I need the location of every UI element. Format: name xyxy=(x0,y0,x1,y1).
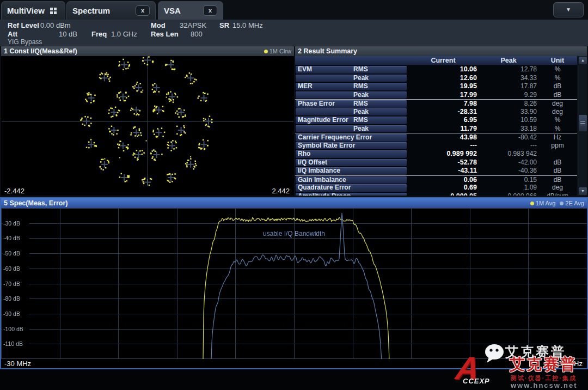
tab-spectrum-close-icon[interactable]: x xyxy=(136,5,150,16)
value-peak: 33.18 xyxy=(480,125,537,133)
row-label[interactable]: Peak xyxy=(296,75,407,82)
row-label[interactable]: EVMRMS xyxy=(296,66,407,74)
value-peak: 0.15 xyxy=(480,176,537,185)
trace-legend-1m-clrw[interactable]: 1M Clrw xyxy=(264,46,291,56)
constellation-canvas[interactable] xyxy=(2,56,293,186)
freq-label: Freq xyxy=(91,30,107,38)
value-current: -0.000 05 xyxy=(409,192,477,196)
value-current: 7.98 xyxy=(409,100,477,108)
value-current: -52.78 xyxy=(409,159,477,167)
row-label[interactable]: Peak xyxy=(296,92,407,99)
sr-value[interactable]: 15.0 MHz xyxy=(232,21,263,29)
freq-value[interactable]: 1.0 GHz xyxy=(111,30,137,38)
table-row[interactable]: Peak17.999.29dB xyxy=(295,91,577,100)
spec-trace2-label: 2E Avg xyxy=(565,198,584,208)
row-label[interactable]: Carrier Frequency Error xyxy=(296,134,407,142)
tab-list-dropdown-button[interactable]: ▼ xyxy=(553,2,584,17)
scrollbar-down-icon[interactable]: ▼ xyxy=(579,187,587,195)
channel-settings-bar: Ref Level 0.00 dBm Att 10 dB Freq 1.0 GH… xyxy=(0,20,588,46)
brand-name-red: 艾克赛普 xyxy=(510,354,577,375)
spectrum-canvas[interactable] xyxy=(1,208,587,359)
value-unit: deg xyxy=(541,184,574,192)
row-label[interactable]: Gain Imbalance xyxy=(296,176,407,184)
row-label[interactable]: I/Q Offset xyxy=(296,159,407,167)
table-row[interactable]: Peak12.6034.33% xyxy=(295,74,577,83)
analyzer-screen: MultiView Spectrum x VSA x ▼ Ref Level 0… xyxy=(0,0,588,390)
value-current: 0.989 992 xyxy=(409,150,477,159)
row-label[interactable]: Rho xyxy=(296,150,407,158)
window-result-summary: 2 Result Summary Current Peak Unit EVMRM… xyxy=(295,46,587,196)
table-row[interactable]: Amplitude Droop-0.000 050.000 966dB/sym xyxy=(295,192,577,196)
value-peak: 34.33 xyxy=(480,74,537,83)
spec-x-left: -30 MHz xyxy=(4,359,31,368)
value-peak: 12.78 xyxy=(480,65,537,74)
scrollbar-thumb[interactable] xyxy=(579,115,587,131)
value-current: -43.11 xyxy=(409,167,477,175)
scrollbar-up-icon[interactable]: ▲ xyxy=(579,57,587,64)
table-row[interactable]: EVMRMS10.0612.78% xyxy=(295,65,577,74)
table-row[interactable]: Phase ErrorRMS7.988.26deg xyxy=(295,99,577,108)
res-len-value[interactable]: 800 xyxy=(191,30,203,38)
value-peak: 0.983 942 xyxy=(480,150,537,159)
value-peak: 33.90 xyxy=(480,108,537,117)
table-row[interactable]: MERRMS19.9517.87dB xyxy=(295,82,577,91)
value-current: 6.95 xyxy=(409,116,477,125)
tab-vsa-close-icon[interactable]: x xyxy=(203,5,217,16)
window1-header[interactable]: 1 Const I/Q(Meas&Ref) 1M Clrw xyxy=(1,46,294,56)
table-row[interactable]: Peak-28.3133.90deg xyxy=(295,108,577,117)
window-constellation: 1 Const I/Q(Meas&Ref) 1M Clrw -2.442 2.4… xyxy=(1,46,294,196)
tab-vsa[interactable]: VSA x xyxy=(158,1,223,20)
spec-trace2-dot-icon xyxy=(560,202,564,205)
row-label[interactable]: I/Q Imbalance xyxy=(296,167,407,175)
table-row[interactable]: Carrier Frequency Error43.98-80.42Hz xyxy=(295,133,577,142)
att-label: Att xyxy=(8,30,17,38)
table-row[interactable]: Quadrature Error0.691.09deg xyxy=(295,184,577,192)
value-unit: % xyxy=(541,125,574,133)
trace-legend-1m-avg[interactable]: 1M Avg xyxy=(530,198,556,208)
value-current: 10.06 xyxy=(409,65,477,74)
table-row[interactable]: Rho0.989 9920.983 942 xyxy=(295,150,577,159)
table-row[interactable]: Symbol Rate Error------ppm xyxy=(295,142,577,150)
trace1-label: 1M Clrw xyxy=(270,46,291,56)
value-current: 0.06 xyxy=(409,176,477,185)
value-current: 0.69 xyxy=(409,184,477,192)
tab-spectrum[interactable]: Spectrum x xyxy=(66,1,156,20)
value-unit: dB xyxy=(541,167,574,175)
table-row[interactable]: I/Q Imbalance-43.11-40.36dB xyxy=(295,167,577,175)
value-peak: --- xyxy=(480,142,537,150)
table-row[interactable]: Magnitude ErrorRMS6.9510.59% xyxy=(295,116,577,125)
window5-header[interactable]: 5 Spec(Meas, Error) 1M Avg 2E Avg xyxy=(1,198,587,208)
value-current: --- xyxy=(409,142,477,150)
row-label[interactable]: Quadrature Error xyxy=(296,184,407,192)
row-label[interactable]: Magnitude ErrorRMS xyxy=(296,117,407,124)
window2-header[interactable]: 2 Result Summary xyxy=(295,46,587,56)
value-unit: dB xyxy=(541,82,574,91)
table-row[interactable]: I/Q Offset-52.78-42.00dB xyxy=(295,159,577,167)
result-rows: EVMRMS10.0612.78%Peak12.6034.33%MERRMS19… xyxy=(295,65,577,196)
trace-legend-2e-avg[interactable]: 2E Avg xyxy=(560,198,584,208)
constellation-x-axis-row: -2.442 2.442 xyxy=(1,186,294,196)
table-row[interactable]: Peak11.7933.18% xyxy=(295,125,577,133)
window1-title: 1 Const I/Q(Meas&Ref) xyxy=(4,47,77,55)
mod-value[interactable]: 32APSK xyxy=(180,21,206,29)
table-row[interactable]: Gain Imbalance0.060.15dB xyxy=(295,175,577,184)
row-label[interactable]: MERRMS xyxy=(296,83,407,90)
tab-multiview[interactable]: MultiView xyxy=(1,1,65,20)
column-header-unit: Unit xyxy=(541,56,574,65)
row-label[interactable]: Peak xyxy=(296,125,407,133)
ref-level-value[interactable]: 0.00 dBm xyxy=(40,21,71,29)
value-peak: -42.00 xyxy=(480,159,537,167)
value-current: 43.98 xyxy=(409,133,477,142)
window5-title: 5 Spec(Meas, Error) xyxy=(4,199,68,207)
row-label[interactable]: Phase ErrorRMS xyxy=(296,100,407,108)
spec-trace1-dot-icon xyxy=(530,202,534,205)
value-peak: 8.26 xyxy=(480,100,537,108)
row-label[interactable]: Peak xyxy=(296,108,407,116)
value-peak: 0.000 966 xyxy=(480,192,537,196)
att-value[interactable]: 10 dB xyxy=(59,30,77,38)
value-peak: -40.36 xyxy=(480,167,537,175)
value-unit: % xyxy=(541,65,574,74)
row-label[interactable]: Amplitude Droop xyxy=(296,193,407,196)
result-summary-scrollbar[interactable]: ▲ ▼ xyxy=(578,56,587,196)
row-label[interactable]: Symbol Rate Error xyxy=(296,142,407,150)
